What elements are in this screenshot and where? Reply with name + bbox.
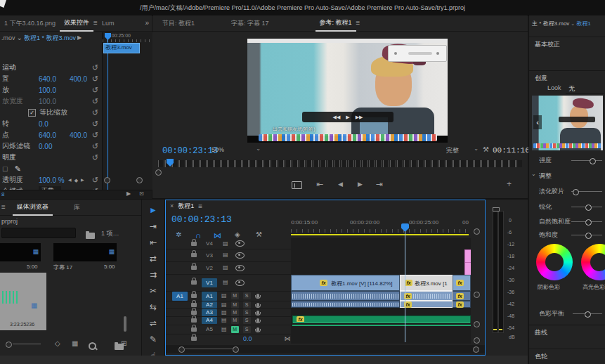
mb-new-item-icon[interactable]: ⊞	[121, 340, 126, 347]
a4-mic-icon[interactable]	[256, 318, 259, 323]
monitor-timecode[interactable]: 00:00:23:13	[162, 146, 218, 156]
v3-lock-icon[interactable]	[191, 253, 197, 257]
mb-search-input[interactable]	[1, 228, 76, 238]
timeline-panel-menu-icon[interactable]: ≡	[198, 203, 202, 210]
pen-mask-icon[interactable]: ✎	[15, 165, 21, 173]
tool-slip[interactable]: ⇆	[142, 302, 164, 312]
tool-rolling-edit[interactable]: ⇄	[142, 254, 164, 264]
a4-sync-icon[interactable]: ▤	[221, 318, 227, 323]
v3-track-name[interactable]: V3	[202, 251, 217, 260]
mb-thumb2-name[interactable]: 字幕 17	[53, 264, 72, 271]
header-zoom-left-handle[interactable]	[178, 346, 185, 353]
reset-antiflicker-icon[interactable]: ↺	[92, 142, 98, 151]
section-curves[interactable]: 曲线	[529, 325, 605, 339]
mb-filmstrip-icon[interactable]: ▦	[72, 340, 78, 347]
a1-mic-icon[interactable]	[256, 294, 259, 298]
anchor-x-value[interactable]: 640.0	[39, 131, 70, 139]
master-lock-icon[interactable]	[191, 337, 197, 341]
a3-lock-icon[interactable]	[191, 311, 197, 315]
color-balance-slider[interactable]	[573, 313, 602, 314]
quicktime-control-bar[interactable]: ◀◀ ▶ ▶▶	[302, 112, 393, 122]
timeline-vscroll-dot-mid2[interactable]	[474, 321, 480, 327]
a1-mute-button[interactable]: M	[231, 292, 239, 299]
saturation-knob[interactable]	[585, 233, 592, 239]
ec-expand-icon[interactable]: ▶	[77, 35, 82, 41]
ec-mini-clip[interactable]: 教程3.mov	[103, 43, 140, 53]
tool-slide[interactable]: ⇌	[142, 318, 164, 328]
vibrance-slider[interactable]	[571, 221, 602, 222]
tab-media-browser[interactable]: 媒体浏览器	[13, 200, 53, 216]
a1-source-patch[interactable]: A1	[172, 292, 188, 301]
sharpen-slider[interactable]	[571, 207, 602, 207]
mb-zoom-slider-handle[interactable]	[6, 342, 12, 348]
transport-compare-icon[interactable]	[292, 181, 302, 189]
tab-png-clip[interactable]: 1 下午3.40.16.png	[0, 16, 60, 31]
a2-track-name[interactable]: A2	[202, 301, 217, 308]
a4-solo-button[interactable]: S	[243, 317, 251, 324]
reset-scale-icon[interactable]: ↺	[92, 86, 98, 95]
export-frame-icon[interactable]: ⊡	[139, 191, 144, 197]
nest-insert-icon[interactable]: ✲	[176, 231, 181, 238]
timeline-vscroll-dot-top[interactable]	[474, 228, 480, 235]
timeline-close-icon[interactable]: ×	[170, 203, 174, 209]
v1-clip1-fx-badge[interactable]: fx	[320, 280, 327, 286]
timeline-clips-area[interactable]: fx 教程1.mov [V] [114.82%] fx 教程3.mov [1 f…	[291, 238, 471, 344]
timeline-hscroll-track[interactable]	[166, 345, 485, 353]
tab-overflow-icon[interactable]: »	[145, 20, 149, 27]
a5-lock-icon[interactable]	[191, 327, 197, 332]
faded-film-slider[interactable]	[571, 191, 602, 192]
v1-clip-tutorial1[interactable]: fx 教程1.mov [V] [114.82%]	[291, 275, 400, 291]
reset-opacity2-icon[interactable]: ↺	[92, 176, 98, 185]
mb-thumb-video1[interactable]: ▦	[0, 243, 41, 261]
timeline-settings-wrench-icon[interactable]: ⚒	[256, 231, 262, 238]
a4-lock-icon[interactable]	[191, 318, 197, 323]
playback-quality-dropdown[interactable]: 完整 ⌄	[446, 146, 479, 155]
a1-solo-button[interactable]: S	[243, 292, 251, 299]
opacity-section-label[interactable]: 明度	[0, 152, 39, 162]
v2-lock-icon[interactable]	[191, 266, 197, 270]
adjust-header-row[interactable]: ⌄ 调整	[529, 171, 605, 181]
mb-folder-icon[interactable]	[86, 233, 95, 239]
a3-mute-button[interactable]: M	[231, 309, 239, 316]
monitor-panel-menu-icon[interactable]: ≡	[356, 20, 360, 27]
reset-rotation-icon[interactable]: ↺	[92, 119, 98, 129]
v1-clip-tail[interactable]: fx	[453, 275, 471, 291]
tool-selection[interactable]: ►	[142, 205, 164, 215]
mb-scrollbar-thumb[interactable]	[124, 316, 126, 332]
look-prev-arrow-icon[interactable]: ‹	[533, 115, 542, 129]
mb-audio-item-selected[interactable]: ▦ 3:23:25236	[0, 273, 46, 330]
rotation-value[interactable]: 0.0	[39, 120, 70, 128]
reset-opacity-icon[interactable]: ↺	[92, 153, 98, 162]
tab-program-monitor[interactable]: 节目: 教程1	[158, 16, 199, 31]
v2-track-name[interactable]: V2	[202, 264, 217, 273]
add-marker-icon[interactable]: ◈	[235, 231, 240, 238]
pink-clip-v3[interactable]	[464, 249, 471, 263]
lumetri-master-clip[interactable]: 主 * 教程3.mov	[529, 20, 569, 27]
a3-mic-icon[interactable]	[256, 311, 259, 315]
tab-reference-monitor[interactable]: 参考: 教程1	[315, 15, 356, 32]
a3-sync-icon[interactable]: ▤	[221, 310, 227, 316]
section-color-wheels[interactable]: 色轮	[529, 349, 605, 363]
section-basic-correction[interactable]: 基本校正	[529, 37, 605, 51]
pink-clip-v2[interactable]	[464, 262, 471, 275]
position-x-value[interactable]: 640.0	[39, 75, 70, 83]
reset-scale-width-icon[interactable]: ↺	[92, 97, 98, 106]
a5-sync-icon[interactable]: ▤	[221, 327, 227, 332]
highlight-tint-wheel[interactable]	[581, 244, 605, 280]
a1-clip3-fx-badge[interactable]: fx	[456, 293, 464, 299]
a5-solo-button[interactable]: S	[243, 326, 251, 333]
reset-position-icon[interactable]: ↺	[92, 74, 98, 84]
a5-mic-icon[interactable]	[256, 327, 259, 332]
next-keyframe-icon[interactable]: ▶	[81, 178, 84, 182]
rect-mask-icon[interactable]: □	[3, 165, 8, 173]
tab-caption-monitor[interactable]: 字幕: 字幕 17	[227, 16, 273, 31]
reset-anchor-icon[interactable]: ↺	[92, 131, 98, 140]
qt-rewind-icon[interactable]: ◀◀	[333, 115, 341, 120]
monitor-scrubber[interactable]	[158, 160, 522, 167]
look-preview-thumbnail[interactable]: ‹	[532, 96, 603, 150]
intensity-knob[interactable]	[590, 158, 596, 164]
tool-pen[interactable]: ✎	[142, 334, 164, 344]
a3-track-name[interactable]: A3	[202, 309, 217, 316]
a1-track-name[interactable]: A1	[202, 292, 217, 301]
monitor-scroll-left-handle[interactable]	[155, 169, 162, 176]
